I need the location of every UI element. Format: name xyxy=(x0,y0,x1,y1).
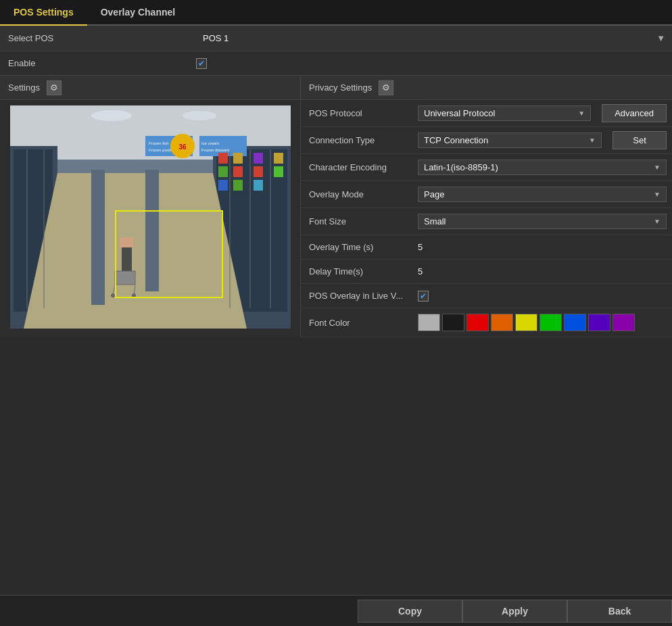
svg-rect-11 xyxy=(120,237,133,247)
pos-overlay-checkbox[interactable]: ✔ xyxy=(418,291,429,302)
delay-time-row: Delay Time(s) 5 xyxy=(301,260,672,284)
svg-text:Frozen desserts: Frozen desserts xyxy=(201,148,231,152)
svg-text:36: 36 xyxy=(178,143,187,151)
svg-point-26 xyxy=(183,111,216,120)
svg-rect-37 xyxy=(233,180,243,191)
set-btn-container: Set xyxy=(607,131,672,149)
font-size-value: Small ▼ xyxy=(412,211,672,232)
font-color-label: Font Color xyxy=(301,315,412,331)
connection-type-value: TCP Connection ▼ xyxy=(412,130,607,151)
connection-type-arrow: ▼ xyxy=(583,137,596,144)
pos-protocol-value: Universal Protocol ▼ xyxy=(412,103,596,124)
privacy-header: Privacy Settings ⚙ xyxy=(301,76,672,100)
svg-rect-35 xyxy=(233,153,243,164)
right-panel: Privacy Settings ⚙ POS Protocol Universa… xyxy=(301,76,672,337)
svg-text:Frozen fish: Frozen fish xyxy=(149,141,169,145)
delay-time-value: 5 xyxy=(412,264,672,279)
svg-marker-7 xyxy=(24,173,247,329)
select-pos-label: Select POS xyxy=(0,28,196,49)
pos-protocol-row: POS Protocol Universal Protocol ▼ Advanc… xyxy=(301,100,672,127)
svg-rect-36 xyxy=(233,166,243,177)
font-size-row: Font Size Small ▼ xyxy=(301,208,672,235)
left-panel: Settings ⚙ xyxy=(0,76,301,337)
settings-label: Settings xyxy=(8,82,40,93)
svg-rect-8 xyxy=(91,170,105,305)
overlay-time-value: 5 xyxy=(412,239,672,255)
connection-type-row: Connection Type TCP Connection ▼ Set xyxy=(301,127,672,154)
copy-button[interactable]: Copy xyxy=(358,600,462,623)
bottom-bar: Copy Apply Back xyxy=(0,595,672,626)
character-encoding-label: Character Encoding xyxy=(301,160,412,175)
camera-preview: Frozen fish Frozen poultry Ice cream Fro… xyxy=(10,105,291,329)
font-color-row: Font Color xyxy=(301,308,672,337)
overlay-time-row: Overlay Time (s) 5 xyxy=(301,235,672,260)
settings-header: Settings ⚙ xyxy=(0,76,300,100)
svg-rect-38 xyxy=(254,153,263,164)
font-size-label: Font Size xyxy=(301,214,412,229)
enable-checkbox[interactable]: ✔ xyxy=(196,58,207,69)
svg-rect-39 xyxy=(254,166,263,177)
svg-rect-12 xyxy=(115,271,135,285)
svg-rect-42 xyxy=(274,166,283,177)
color-swatch-yellow[interactable] xyxy=(515,314,537,331)
pos-overlay-value: ✔ xyxy=(412,288,672,304)
connection-type-label: Connection Type xyxy=(301,133,412,148)
character-encoding-value: Latin-1(iso-8859-1) ▼ xyxy=(412,157,672,178)
svg-rect-41 xyxy=(274,153,283,164)
pos-overlay-label: POS Overlay in Live V... xyxy=(301,288,412,304)
back-button[interactable]: Back xyxy=(567,600,672,623)
advanced-button[interactable]: Advanced xyxy=(602,104,667,122)
pos-protocol-dropdown[interactable]: Universal Protocol ▼ xyxy=(418,105,591,121)
delay-time-label: Delay Time(s) xyxy=(301,264,412,279)
privacy-label: Privacy Settings xyxy=(309,82,372,93)
svg-rect-34 xyxy=(218,180,228,191)
color-swatch-blue[interactable] xyxy=(564,314,586,331)
overlay-mode-label: Overlay Mode xyxy=(301,187,412,202)
color-swatch-green[interactable] xyxy=(539,314,562,331)
enable-row: Enable ✔ xyxy=(0,51,672,76)
overlay-time-label: Overlay Time (s) xyxy=(301,239,412,255)
font-color-value xyxy=(412,311,672,334)
pos-overlay-row: POS Overlay in Live V... ✔ xyxy=(301,284,672,308)
settings-gear-icon[interactable]: ⚙ xyxy=(47,80,62,95)
select-pos-value: POS 1 xyxy=(196,28,656,49)
svg-text:Ice cream: Ice cream xyxy=(201,141,219,145)
tab-overlay-channel[interactable]: Overlay Channel xyxy=(87,0,189,24)
color-swatch-black[interactable] xyxy=(442,314,464,331)
font-size-arrow: ▼ xyxy=(648,218,661,225)
set-button[interactable]: Set xyxy=(613,131,667,149)
select-pos-row: Select POS POS 1 ▼ xyxy=(0,26,672,51)
color-swatch-gray[interactable] xyxy=(418,314,440,331)
select-pos-arrow[interactable]: ▼ xyxy=(656,33,672,43)
overlay-mode-arrow: ▼ xyxy=(648,191,661,198)
privacy-gear-icon[interactable]: ⚙ xyxy=(379,80,393,95)
tab-bar: POS Settings Overlay Channel xyxy=(0,0,672,26)
advanced-btn-container: Advanced xyxy=(596,104,672,122)
svg-rect-33 xyxy=(218,166,228,177)
character-encoding-arrow: ▼ xyxy=(648,164,661,171)
color-swatches xyxy=(418,314,667,331)
overlay-mode-dropdown[interactable]: Page ▼ xyxy=(418,187,667,202)
camera-image: Frozen fish Frozen poultry Ice cream Fro… xyxy=(10,105,291,329)
color-swatch-red[interactable] xyxy=(466,314,489,331)
color-swatch-orange[interactable] xyxy=(491,314,513,331)
svg-rect-32 xyxy=(218,153,228,164)
enable-label: Enable xyxy=(0,54,196,72)
color-swatch-purple[interactable] xyxy=(613,314,635,331)
character-encoding-row: Character Encoding Latin-1(iso-8859-1) ▼ xyxy=(301,154,672,181)
character-encoding-dropdown[interactable]: Latin-1(iso-8859-1) ▼ xyxy=(418,160,667,175)
svg-rect-40 xyxy=(254,180,263,191)
font-size-dropdown[interactable]: Small ▼ xyxy=(418,214,667,229)
svg-rect-9 xyxy=(145,170,159,291)
content-area: Settings ⚙ xyxy=(0,76,672,337)
pos-protocol-label: POS Protocol xyxy=(301,105,412,121)
overlay-mode-row: Overlay Mode Page ▼ xyxy=(301,181,672,208)
pos-protocol-arrow: ▼ xyxy=(573,110,585,117)
connection-type-dropdown[interactable]: TCP Connection ▼ xyxy=(418,133,602,148)
svg-point-15 xyxy=(111,293,115,297)
tab-pos-settings[interactable]: POS Settings xyxy=(0,0,87,26)
apply-button[interactable]: Apply xyxy=(462,600,567,623)
color-swatch-indigo[interactable] xyxy=(588,314,610,331)
overlay-mode-value: Page ▼ xyxy=(412,184,672,205)
svg-point-16 xyxy=(132,293,136,297)
